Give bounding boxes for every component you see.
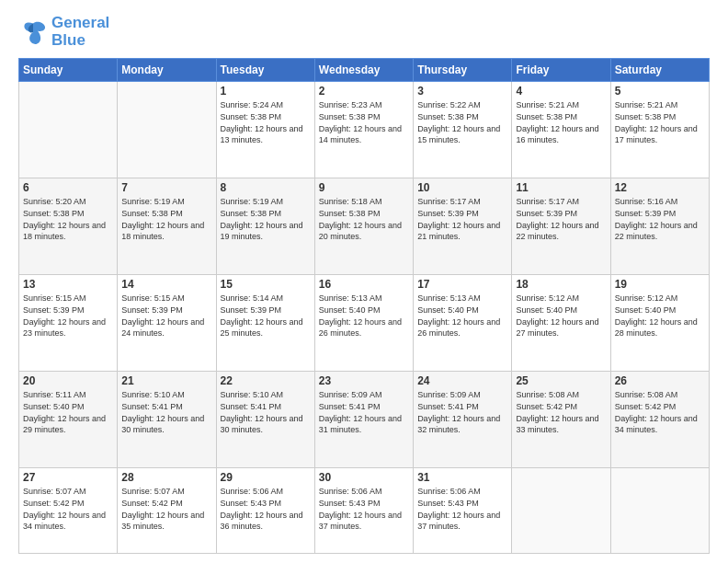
calendar-cell: 29Sunrise: 5:06 AMSunset: 5:43 PMDayligh… <box>216 468 314 554</box>
day-number: 25 <box>516 374 606 387</box>
calendar-cell: 16Sunrise: 5:13 AMSunset: 5:40 PMDayligh… <box>314 275 413 372</box>
calendar-cell: 30Sunrise: 5:06 AMSunset: 5:43 PMDayligh… <box>314 468 413 554</box>
calendar-cell: 1Sunrise: 5:24 AMSunset: 5:38 PMDaylight… <box>216 82 314 178</box>
day-info: Sunrise: 5:19 AMSunset: 5:38 PMDaylight:… <box>221 196 311 242</box>
day-number: 5 <box>615 85 705 98</box>
week-row-2: 6Sunrise: 5:20 AMSunset: 5:38 PMDaylight… <box>19 178 710 275</box>
calendar-cell: 13Sunrise: 5:15 AMSunset: 5:39 PMDayligh… <box>19 275 118 372</box>
day-info: Sunrise: 5:06 AMSunset: 5:43 PMDaylight:… <box>417 486 507 532</box>
day-number: 11 <box>516 181 606 194</box>
calendar-cell: 25Sunrise: 5:08 AMSunset: 5:42 PMDayligh… <box>512 372 610 468</box>
day-info: Sunrise: 5:08 AMSunset: 5:42 PMDaylight:… <box>615 389 705 435</box>
calendar-cell: 28Sunrise: 5:07 AMSunset: 5:42 PMDayligh… <box>118 468 216 554</box>
calendar-cell: 18Sunrise: 5:12 AMSunset: 5:40 PMDayligh… <box>512 275 610 372</box>
day-info: Sunrise: 5:20 AMSunset: 5:38 PMDaylight:… <box>23 196 113 242</box>
weekday-header-tuesday: Tuesday <box>216 59 314 82</box>
calendar-cell: 23Sunrise: 5:09 AMSunset: 5:41 PMDayligh… <box>314 372 413 468</box>
day-number: 1 <box>221 85 311 98</box>
weekday-header-row: SundayMondayTuesdayWednesdayThursdayFrid… <box>19 59 710 82</box>
week-row-4: 20Sunrise: 5:11 AMSunset: 5:40 PMDayligh… <box>19 372 710 468</box>
day-number: 7 <box>121 181 211 194</box>
calendar-cell: 26Sunrise: 5:08 AMSunset: 5:42 PMDayligh… <box>610 372 709 468</box>
day-info: Sunrise: 5:15 AMSunset: 5:39 PMDaylight:… <box>23 293 113 339</box>
day-info: Sunrise: 5:09 AMSunset: 5:41 PMDaylight:… <box>417 389 507 435</box>
calendar-cell <box>512 468 610 554</box>
day-info: Sunrise: 5:07 AMSunset: 5:42 PMDaylight:… <box>121 486 211 532</box>
calendar-page: General Blue SundayMondayTuesdayWednesda… <box>0 0 728 563</box>
calendar-cell: 15Sunrise: 5:14 AMSunset: 5:39 PMDayligh… <box>216 275 314 372</box>
day-number: 9 <box>319 181 409 194</box>
weekday-header-sunday: Sunday <box>19 59 118 82</box>
calendar-cell: 24Sunrise: 5:09 AMSunset: 5:41 PMDayligh… <box>414 372 512 468</box>
logo-icon <box>18 17 48 47</box>
day-info: Sunrise: 5:14 AMSunset: 5:39 PMDaylight:… <box>221 293 311 339</box>
day-info: Sunrise: 5:19 AMSunset: 5:38 PMDaylight:… <box>121 196 211 242</box>
day-info: Sunrise: 5:15 AMSunset: 5:39 PMDaylight:… <box>121 293 211 339</box>
day-number: 3 <box>417 85 507 98</box>
day-number: 14 <box>121 278 211 291</box>
day-number: 23 <box>319 374 409 387</box>
calendar-cell: 3Sunrise: 5:22 AMSunset: 5:38 PMDaylight… <box>414 82 512 178</box>
day-number: 8 <box>221 181 311 194</box>
day-info: Sunrise: 5:09 AMSunset: 5:41 PMDaylight:… <box>319 389 409 435</box>
day-info: Sunrise: 5:08 AMSunset: 5:42 PMDaylight:… <box>516 389 606 435</box>
day-number: 15 <box>221 278 311 291</box>
weekday-header-friday: Friday <box>512 59 610 82</box>
logo-text: General Blue <box>51 15 109 49</box>
calendar-table: SundayMondayTuesdayWednesdayThursdayFrid… <box>18 58 710 554</box>
header: General Blue <box>18 15 710 49</box>
day-number: 20 <box>23 374 113 387</box>
calendar-cell: 27Sunrise: 5:07 AMSunset: 5:42 PMDayligh… <box>19 468 118 554</box>
day-info: Sunrise: 5:24 AMSunset: 5:38 PMDaylight:… <box>221 99 311 145</box>
calendar-cell <box>610 468 709 554</box>
day-number: 13 <box>23 278 113 291</box>
calendar-cell: 12Sunrise: 5:16 AMSunset: 5:39 PMDayligh… <box>610 178 709 275</box>
day-info: Sunrise: 5:17 AMSunset: 5:39 PMDaylight:… <box>516 196 606 242</box>
calendar-cell: 5Sunrise: 5:21 AMSunset: 5:38 PMDaylight… <box>610 82 709 178</box>
calendar-cell: 21Sunrise: 5:10 AMSunset: 5:41 PMDayligh… <box>118 372 216 468</box>
calendar-cell: 6Sunrise: 5:20 AMSunset: 5:38 PMDaylight… <box>19 178 118 275</box>
day-number: 6 <box>23 181 113 194</box>
day-number: 21 <box>121 374 211 387</box>
calendar-cell: 14Sunrise: 5:15 AMSunset: 5:39 PMDayligh… <box>118 275 216 372</box>
weekday-header-thursday: Thursday <box>414 59 512 82</box>
day-info: Sunrise: 5:12 AMSunset: 5:40 PMDaylight:… <box>615 293 705 339</box>
day-number: 31 <box>417 471 507 484</box>
calendar-cell <box>19 82 118 178</box>
day-info: Sunrise: 5:07 AMSunset: 5:42 PMDaylight:… <box>23 486 113 532</box>
day-number: 29 <box>221 471 311 484</box>
calendar-cell: 19Sunrise: 5:12 AMSunset: 5:40 PMDayligh… <box>610 275 709 372</box>
calendar-cell: 8Sunrise: 5:19 AMSunset: 5:38 PMDaylight… <box>216 178 314 275</box>
day-info: Sunrise: 5:11 AMSunset: 5:40 PMDaylight:… <box>23 389 113 435</box>
calendar-cell: 20Sunrise: 5:11 AMSunset: 5:40 PMDayligh… <box>19 372 118 468</box>
logo: General Blue <box>18 15 109 49</box>
day-number: 18 <box>516 278 606 291</box>
day-number: 24 <box>417 374 507 387</box>
day-info: Sunrise: 5:16 AMSunset: 5:39 PMDaylight:… <box>615 196 705 242</box>
day-info: Sunrise: 5:18 AMSunset: 5:38 PMDaylight:… <box>319 196 409 242</box>
calendar-cell: 9Sunrise: 5:18 AMSunset: 5:38 PMDaylight… <box>314 178 413 275</box>
calendar-cell: 2Sunrise: 5:23 AMSunset: 5:38 PMDaylight… <box>314 82 413 178</box>
calendar-cell: 7Sunrise: 5:19 AMSunset: 5:38 PMDaylight… <box>118 178 216 275</box>
calendar-cell: 11Sunrise: 5:17 AMSunset: 5:39 PMDayligh… <box>512 178 610 275</box>
week-row-1: 1Sunrise: 5:24 AMSunset: 5:38 PMDaylight… <box>19 82 710 178</box>
week-row-5: 27Sunrise: 5:07 AMSunset: 5:42 PMDayligh… <box>19 468 710 554</box>
day-number: 19 <box>615 278 705 291</box>
calendar-cell: 4Sunrise: 5:21 AMSunset: 5:38 PMDaylight… <box>512 82 610 178</box>
day-info: Sunrise: 5:13 AMSunset: 5:40 PMDaylight:… <box>417 293 507 339</box>
day-info: Sunrise: 5:21 AMSunset: 5:38 PMDaylight:… <box>615 99 705 145</box>
weekday-header-saturday: Saturday <box>610 59 709 82</box>
day-info: Sunrise: 5:06 AMSunset: 5:43 PMDaylight:… <box>319 486 409 532</box>
day-info: Sunrise: 5:10 AMSunset: 5:41 PMDaylight:… <box>221 389 311 435</box>
day-number: 10 <box>417 181 507 194</box>
day-info: Sunrise: 5:22 AMSunset: 5:38 PMDaylight:… <box>417 99 507 145</box>
calendar-cell: 22Sunrise: 5:10 AMSunset: 5:41 PMDayligh… <box>216 372 314 468</box>
day-info: Sunrise: 5:13 AMSunset: 5:40 PMDaylight:… <box>319 293 409 339</box>
day-number: 12 <box>615 181 705 194</box>
calendar-cell: 10Sunrise: 5:17 AMSunset: 5:39 PMDayligh… <box>414 178 512 275</box>
day-info: Sunrise: 5:17 AMSunset: 5:39 PMDaylight:… <box>417 196 507 242</box>
day-info: Sunrise: 5:06 AMSunset: 5:43 PMDaylight:… <box>221 486 311 532</box>
weekday-header-monday: Monday <box>118 59 216 82</box>
calendar-cell: 31Sunrise: 5:06 AMSunset: 5:43 PMDayligh… <box>414 468 512 554</box>
day-number: 28 <box>121 471 211 484</box>
